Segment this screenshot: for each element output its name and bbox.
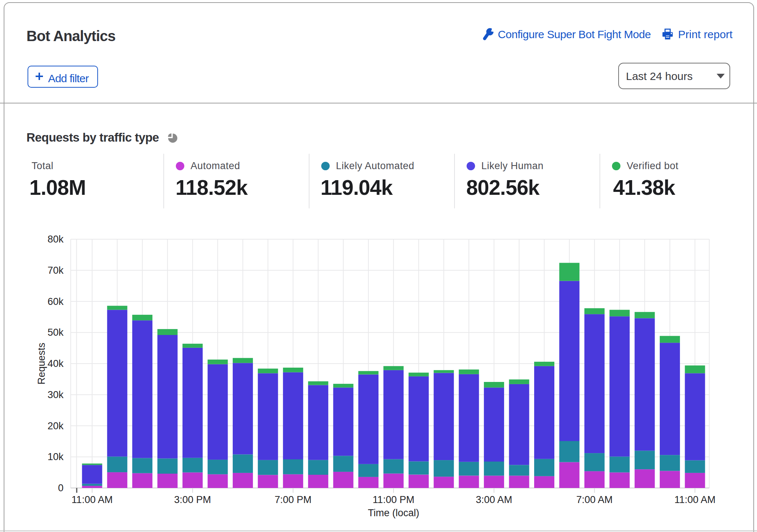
svg-text:70k: 70k: [47, 265, 64, 276]
svg-text:7:00 PM: 7:00 PM: [275, 494, 312, 505]
svg-text:11:00 PM: 11:00 PM: [373, 494, 414, 505]
svg-text:3:00 PM: 3:00 PM: [174, 494, 211, 505]
svg-text:60k: 60k: [47, 296, 64, 307]
svg-text:20k: 20k: [47, 420, 64, 431]
svg-text:40k: 40k: [47, 358, 64, 369]
svg-text:10k: 10k: [47, 451, 64, 462]
svg-text:7:00 AM: 7:00 AM: [576, 494, 613, 505]
svg-text:50k: 50k: [47, 327, 64, 338]
svg-text:80k: 80k: [47, 234, 64, 245]
svg-text:Time (local): Time (local): [368, 507, 419, 518]
svg-text:11:00 AM: 11:00 AM: [674, 494, 716, 505]
svg-text:30k: 30k: [47, 389, 64, 400]
svg-text:11:00 AM: 11:00 AM: [72, 494, 113, 505]
svg-text:0: 0: [58, 482, 64, 493]
svg-text:Requests: Requests: [36, 343, 47, 385]
svg-text:3:00 AM: 3:00 AM: [476, 494, 512, 505]
